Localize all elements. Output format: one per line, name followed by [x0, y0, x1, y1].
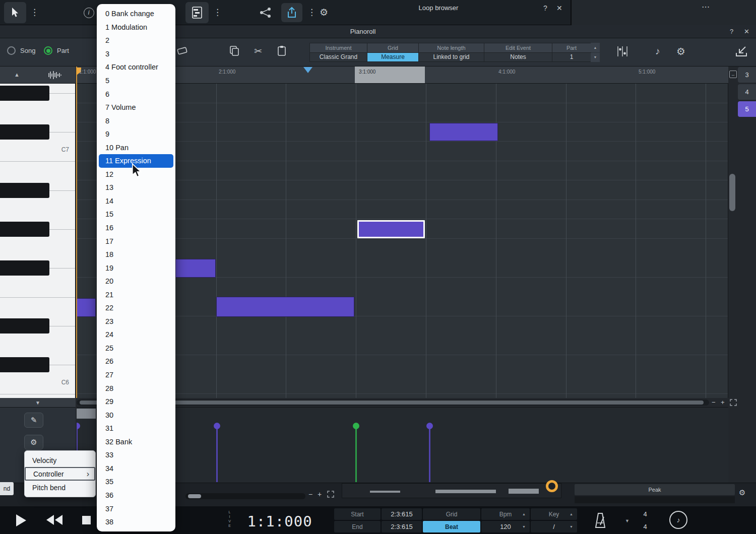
midi-note[interactable]: [175, 259, 216, 278]
draw-tool-button[interactable]: ✎: [24, 413, 43, 428]
controller-point-stem[interactable]: [429, 429, 430, 482]
time-signature-bottom[interactable]: 4: [639, 523, 651, 530]
meter-settings-gear-icon[interactable]: ⚙: [739, 488, 745, 497]
controller-menu-item[interactable]: 1 Modulation: [97, 21, 175, 34]
overview-zoom-out-icon[interactable]: −: [308, 490, 312, 498]
black-key[interactable]: [0, 318, 49, 333]
settings-column-header[interactable]: Edit Event: [484, 43, 552, 52]
controller-menu-item[interactable]: 38: [97, 515, 175, 529]
controller-menu-item[interactable]: 20: [97, 275, 175, 288]
controller-menu-item[interactable]: 15: [97, 208, 175, 221]
controller-menu-item[interactable]: 0 Bank change: [97, 7, 175, 21]
import-button[interactable]: [731, 42, 752, 60]
end-value[interactable]: 2:3:615: [382, 521, 422, 532]
audio-waveform-icon[interactable]: [46, 71, 61, 80]
controller-menu-item[interactable]: 23: [97, 315, 175, 328]
controller-menu-item[interactable]: 3: [97, 47, 175, 61]
controller-point-stem[interactable]: [355, 429, 357, 482]
info-button[interactable]: i: [79, 2, 99, 23]
cut-button[interactable]: ✂: [249, 42, 267, 59]
settings-column-value[interactable]: Notes: [484, 53, 552, 62]
controller-point[interactable]: [77, 423, 80, 429]
controller-menu-item[interactable]: 32 Bank: [97, 435, 175, 449]
black-key[interactable]: [0, 183, 49, 198]
context-menu-item[interactable]: Pitch bend: [25, 481, 95, 494]
zoom-in-icon[interactable]: +: [721, 398, 725, 406]
overview-position-knob[interactable]: [546, 480, 558, 492]
settings-column-value[interactable]: Linked to grid: [419, 53, 484, 62]
controller-menu-item[interactable]: 25: [97, 342, 175, 355]
close-icon[interactable]: ✕: [556, 4, 562, 12]
bpm-down-icon[interactable]: ▼: [522, 525, 526, 528]
stop-button[interactable]: [82, 516, 91, 524]
share-button[interactable]: [281, 3, 302, 22]
quantize-button[interactable]: [612, 42, 633, 60]
piano-keys[interactable]: C7C6: [0, 84, 76, 398]
part-tab[interactable]: 4: [738, 84, 756, 100]
start-value[interactable]: 2:3:615: [382, 508, 422, 520]
metronome-dropdown-icon[interactable]: ▼: [625, 518, 629, 523]
controller-menu-item[interactable]: 10 Pan: [97, 141, 175, 154]
play-button[interactable]: [16, 514, 26, 526]
controller-menu-item[interactable]: 24: [97, 328, 175, 342]
controller-menu-item[interactable]: 16: [97, 221, 175, 235]
bpm-up-icon[interactable]: ▲: [522, 512, 526, 516]
settings-down-icon[interactable]: ▼: [591, 53, 600, 62]
more-horizontal-icon[interactable]: ⋯: [702, 2, 710, 12]
select-tool-button[interactable]: [4, 2, 26, 23]
controller-menu-item[interactable]: 9: [97, 127, 175, 141]
locator-marker[interactable]: [303, 67, 312, 73]
metronome-icon[interactable]: [591, 511, 610, 530]
song-overview[interactable]: [342, 483, 561, 498]
part-radio[interactable]: [44, 46, 52, 55]
black-key[interactable]: [0, 86, 49, 101]
song-radio[interactable]: [7, 46, 16, 55]
controller-menu-item[interactable]: 36: [97, 489, 175, 502]
routing-button[interactable]: [255, 2, 277, 23]
controller-menu-item[interactable]: 27: [97, 368, 175, 382]
rewind-button[interactable]: [46, 515, 62, 527]
settings-column-value[interactable]: Measure: [367, 53, 418, 62]
controller-point[interactable]: [214, 423, 220, 429]
time-display[interactable]: 1:1:000: [237, 513, 323, 530]
more-vertical-icon[interactable]: ⋮: [213, 7, 222, 18]
controller-menu-item[interactable]: 5: [97, 74, 175, 88]
controller-menu-item[interactable]: 30: [97, 408, 175, 422]
more-vertical-icon[interactable]: ⋮: [307, 7, 316, 18]
midi-note[interactable]: [216, 297, 354, 317]
panel-close-icon[interactable]: ✕: [744, 28, 749, 35]
time-signature-top[interactable]: 4: [639, 510, 651, 518]
lane-scroll-thumb[interactable]: [77, 409, 96, 419]
settings-column-header[interactable]: Instrument: [310, 43, 367, 52]
controller-menu-item[interactable]: 8: [97, 114, 175, 127]
controller-menu-item[interactable]: 7 Volume: [97, 101, 175, 114]
black-key[interactable]: [0, 124, 49, 140]
note-edit-button[interactable]: ♪: [647, 42, 668, 60]
settings-scroll-arrows[interactable]: ▲ ▼: [591, 43, 600, 62]
context-menu-item[interactable]: Velocity: [25, 453, 95, 467]
controller-point[interactable]: [426, 423, 433, 429]
controller-menu-item[interactable]: 2: [97, 34, 175, 47]
overview-zoom-thumb[interactable]: [188, 494, 201, 498]
keyboard-collapse-strip[interactable]: ▼: [0, 398, 76, 407]
controller-menu-item[interactable]: 33: [97, 448, 175, 462]
key-up-icon[interactable]: ▲: [570, 512, 573, 516]
part-tab[interactable]: 5: [738, 101, 756, 117]
controller-menu-item[interactable]: 6: [97, 87, 175, 101]
settings-column-value[interactable]: 1: [552, 53, 591, 62]
black-key[interactable]: [0, 260, 49, 276]
controller-menu-item[interactable]: 18: [97, 248, 175, 261]
controller-menu-item[interactable]: 35: [97, 475, 175, 489]
copy-button[interactable]: [225, 42, 244, 59]
black-key[interactable]: [0, 357, 49, 372]
controller-menu-item[interactable]: 26: [97, 355, 175, 368]
controller-menu-item[interactable]: 34: [97, 462, 175, 476]
paste-button[interactable]: [272, 42, 291, 59]
controller-menu-item[interactable]: 19: [97, 261, 175, 275]
settings-column-header[interactable]: Part: [552, 43, 591, 52]
key-down-icon[interactable]: ▼: [570, 525, 573, 528]
midi-note[interactable]: [357, 220, 425, 238]
overview-zoom-in-icon[interactable]: +: [318, 490, 322, 498]
midi-note[interactable]: [429, 123, 498, 141]
part-tab[interactable]: 3: [738, 67, 756, 83]
